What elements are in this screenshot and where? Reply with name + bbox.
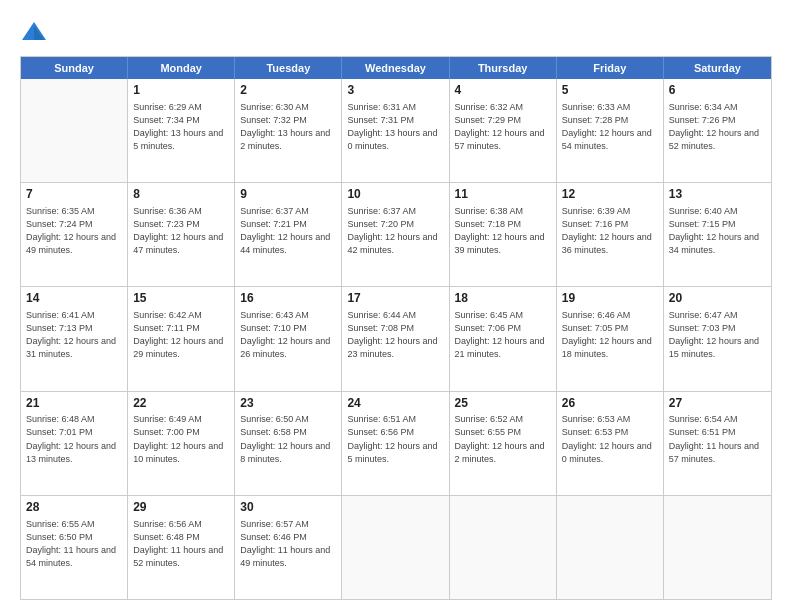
- day-info: Sunrise: 6:32 AMSunset: 7:29 PMDaylight:…: [455, 101, 551, 153]
- day-header-sunday: Sunday: [21, 57, 128, 79]
- day-cell-27: 27Sunrise: 6:54 AMSunset: 6:51 PMDayligh…: [664, 392, 771, 495]
- day-number: 6: [669, 82, 766, 99]
- day-number: 25: [455, 395, 551, 412]
- day-cell-empty-4-3: [342, 496, 449, 599]
- day-cell-empty-4-6: [664, 496, 771, 599]
- day-cell-30: 30Sunrise: 6:57 AMSunset: 6:46 PMDayligh…: [235, 496, 342, 599]
- day-header-wednesday: Wednesday: [342, 57, 449, 79]
- day-number: 7: [26, 186, 122, 203]
- day-number: 1: [133, 82, 229, 99]
- day-cell-5: 5Sunrise: 6:33 AMSunset: 7:28 PMDaylight…: [557, 79, 664, 182]
- day-number: 11: [455, 186, 551, 203]
- day-number: 13: [669, 186, 766, 203]
- day-number: 2: [240, 82, 336, 99]
- day-info: Sunrise: 6:44 AMSunset: 7:08 PMDaylight:…: [347, 309, 443, 361]
- day-number: 18: [455, 290, 551, 307]
- day-info: Sunrise: 6:39 AMSunset: 7:16 PMDaylight:…: [562, 205, 658, 257]
- day-info: Sunrise: 6:57 AMSunset: 6:46 PMDaylight:…: [240, 518, 336, 570]
- day-cell-20: 20Sunrise: 6:47 AMSunset: 7:03 PMDayligh…: [664, 287, 771, 390]
- calendar-row-1: 7Sunrise: 6:35 AMSunset: 7:24 PMDaylight…: [21, 182, 771, 286]
- day-number: 30: [240, 499, 336, 516]
- day-info: Sunrise: 6:43 AMSunset: 7:10 PMDaylight:…: [240, 309, 336, 361]
- day-info: Sunrise: 6:33 AMSunset: 7:28 PMDaylight:…: [562, 101, 658, 153]
- day-cell-10: 10Sunrise: 6:37 AMSunset: 7:20 PMDayligh…: [342, 183, 449, 286]
- day-number: 8: [133, 186, 229, 203]
- day-header-thursday: Thursday: [450, 57, 557, 79]
- day-info: Sunrise: 6:51 AMSunset: 6:56 PMDaylight:…: [347, 413, 443, 465]
- day-cell-1: 1Sunrise: 6:29 AMSunset: 7:34 PMDaylight…: [128, 79, 235, 182]
- day-info: Sunrise: 6:36 AMSunset: 7:23 PMDaylight:…: [133, 205, 229, 257]
- day-info: Sunrise: 6:30 AMSunset: 7:32 PMDaylight:…: [240, 101, 336, 153]
- calendar-row-0: 1Sunrise: 6:29 AMSunset: 7:34 PMDaylight…: [21, 79, 771, 182]
- day-info: Sunrise: 6:50 AMSunset: 6:58 PMDaylight:…: [240, 413, 336, 465]
- day-info: Sunrise: 6:49 AMSunset: 7:00 PMDaylight:…: [133, 413, 229, 465]
- day-number: 12: [562, 186, 658, 203]
- calendar-row-3: 21Sunrise: 6:48 AMSunset: 7:01 PMDayligh…: [21, 391, 771, 495]
- day-cell-19: 19Sunrise: 6:46 AMSunset: 7:05 PMDayligh…: [557, 287, 664, 390]
- day-cell-7: 7Sunrise: 6:35 AMSunset: 7:24 PMDaylight…: [21, 183, 128, 286]
- day-number: 21: [26, 395, 122, 412]
- day-number: 20: [669, 290, 766, 307]
- day-cell-11: 11Sunrise: 6:38 AMSunset: 7:18 PMDayligh…: [450, 183, 557, 286]
- day-info: Sunrise: 6:40 AMSunset: 7:15 PMDaylight:…: [669, 205, 766, 257]
- day-info: Sunrise: 6:34 AMSunset: 7:26 PMDaylight:…: [669, 101, 766, 153]
- svg-marker-1: [34, 26, 44, 40]
- calendar: SundayMondayTuesdayWednesdayThursdayFrid…: [20, 56, 772, 600]
- day-cell-13: 13Sunrise: 6:40 AMSunset: 7:15 PMDayligh…: [664, 183, 771, 286]
- day-info: Sunrise: 6:38 AMSunset: 7:18 PMDaylight:…: [455, 205, 551, 257]
- calendar-row-4: 28Sunrise: 6:55 AMSunset: 6:50 PMDayligh…: [21, 495, 771, 599]
- day-cell-3: 3Sunrise: 6:31 AMSunset: 7:31 PMDaylight…: [342, 79, 449, 182]
- day-cell-23: 23Sunrise: 6:50 AMSunset: 6:58 PMDayligh…: [235, 392, 342, 495]
- day-number: 14: [26, 290, 122, 307]
- calendar-body: 1Sunrise: 6:29 AMSunset: 7:34 PMDaylight…: [21, 79, 771, 599]
- day-number: 4: [455, 82, 551, 99]
- day-info: Sunrise: 6:45 AMSunset: 7:06 PMDaylight:…: [455, 309, 551, 361]
- day-info: Sunrise: 6:42 AMSunset: 7:11 PMDaylight:…: [133, 309, 229, 361]
- day-cell-25: 25Sunrise: 6:52 AMSunset: 6:55 PMDayligh…: [450, 392, 557, 495]
- day-header-tuesday: Tuesday: [235, 57, 342, 79]
- day-number: 16: [240, 290, 336, 307]
- day-number: 28: [26, 499, 122, 516]
- day-cell-empty-4-5: [557, 496, 664, 599]
- day-cell-6: 6Sunrise: 6:34 AMSunset: 7:26 PMDaylight…: [664, 79, 771, 182]
- day-info: Sunrise: 6:35 AMSunset: 7:24 PMDaylight:…: [26, 205, 122, 257]
- day-info: Sunrise: 6:54 AMSunset: 6:51 PMDaylight:…: [669, 413, 766, 465]
- day-info: Sunrise: 6:52 AMSunset: 6:55 PMDaylight:…: [455, 413, 551, 465]
- day-number: 23: [240, 395, 336, 412]
- day-cell-22: 22Sunrise: 6:49 AMSunset: 7:00 PMDayligh…: [128, 392, 235, 495]
- day-cell-17: 17Sunrise: 6:44 AMSunset: 7:08 PMDayligh…: [342, 287, 449, 390]
- day-cell-14: 14Sunrise: 6:41 AMSunset: 7:13 PMDayligh…: [21, 287, 128, 390]
- day-info: Sunrise: 6:47 AMSunset: 7:03 PMDaylight:…: [669, 309, 766, 361]
- day-info: Sunrise: 6:37 AMSunset: 7:21 PMDaylight:…: [240, 205, 336, 257]
- day-number: 5: [562, 82, 658, 99]
- day-info: Sunrise: 6:53 AMSunset: 6:53 PMDaylight:…: [562, 413, 658, 465]
- day-cell-26: 26Sunrise: 6:53 AMSunset: 6:53 PMDayligh…: [557, 392, 664, 495]
- day-number: 10: [347, 186, 443, 203]
- day-cell-24: 24Sunrise: 6:51 AMSunset: 6:56 PMDayligh…: [342, 392, 449, 495]
- day-header-friday: Friday: [557, 57, 664, 79]
- day-info: Sunrise: 6:48 AMSunset: 7:01 PMDaylight:…: [26, 413, 122, 465]
- day-info: Sunrise: 6:56 AMSunset: 6:48 PMDaylight:…: [133, 518, 229, 570]
- day-info: Sunrise: 6:55 AMSunset: 6:50 PMDaylight:…: [26, 518, 122, 570]
- day-header-saturday: Saturday: [664, 57, 771, 79]
- day-number: 29: [133, 499, 229, 516]
- logo: [20, 18, 52, 46]
- day-info: Sunrise: 6:46 AMSunset: 7:05 PMDaylight:…: [562, 309, 658, 361]
- day-cell-18: 18Sunrise: 6:45 AMSunset: 7:06 PMDayligh…: [450, 287, 557, 390]
- calendar-header: SundayMondayTuesdayWednesdayThursdayFrid…: [21, 57, 771, 79]
- day-cell-12: 12Sunrise: 6:39 AMSunset: 7:16 PMDayligh…: [557, 183, 664, 286]
- day-number: 9: [240, 186, 336, 203]
- day-cell-21: 21Sunrise: 6:48 AMSunset: 7:01 PMDayligh…: [21, 392, 128, 495]
- day-number: 19: [562, 290, 658, 307]
- day-info: Sunrise: 6:37 AMSunset: 7:20 PMDaylight:…: [347, 205, 443, 257]
- day-info: Sunrise: 6:31 AMSunset: 7:31 PMDaylight:…: [347, 101, 443, 153]
- day-cell-15: 15Sunrise: 6:42 AMSunset: 7:11 PMDayligh…: [128, 287, 235, 390]
- day-header-monday: Monday: [128, 57, 235, 79]
- day-number: 17: [347, 290, 443, 307]
- day-cell-2: 2Sunrise: 6:30 AMSunset: 7:32 PMDaylight…: [235, 79, 342, 182]
- day-info: Sunrise: 6:41 AMSunset: 7:13 PMDaylight:…: [26, 309, 122, 361]
- day-cell-9: 9Sunrise: 6:37 AMSunset: 7:21 PMDaylight…: [235, 183, 342, 286]
- day-number: 24: [347, 395, 443, 412]
- day-cell-28: 28Sunrise: 6:55 AMSunset: 6:50 PMDayligh…: [21, 496, 128, 599]
- page: SundayMondayTuesdayWednesdayThursdayFrid…: [0, 0, 792, 612]
